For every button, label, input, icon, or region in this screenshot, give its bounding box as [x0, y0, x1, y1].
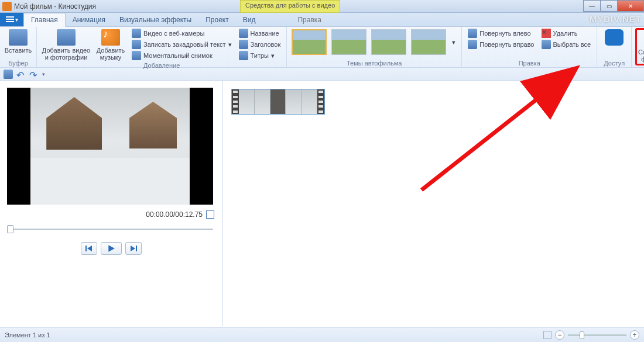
status-text: Элемент 1 из 1: [5, 331, 50, 338]
next-frame-button[interactable]: [125, 242, 142, 255]
timeline-pane[interactable]: [222, 81, 644, 326]
add-video-photos-button[interactable]: Добавить видео и фотографии: [40, 28, 92, 62]
group-themes-label: Темы автофильма: [290, 60, 458, 67]
narration-button[interactable]: Записать закадровый текст ▾: [129, 39, 234, 50]
contextual-tab-label: Средства для работы с видео: [240, 0, 340, 13]
caption-button[interactable]: Заголовок: [237, 39, 283, 50]
select-all-label: Выбрать все: [553, 41, 591, 48]
ribbon-tabs: ▾ Главная Анимация Визуальные эффекты Пр…: [0, 13, 644, 27]
zoom-thumb[interactable]: [580, 331, 584, 339]
save-icon[interactable]: [4, 70, 13, 79]
add-music-label: Добавить музыку: [95, 47, 126, 61]
delete-label: Удалить: [553, 30, 578, 37]
minimize-button[interactable]: —: [583, 0, 601, 12]
svg-marker-5: [108, 245, 115, 252]
group-add-label: Добавление: [40, 62, 283, 70]
caption-icon: [239, 40, 248, 49]
quick-access-toolbar: ↶ ↷ ▾: [0, 68, 644, 81]
thumbnail-view-icon[interactable]: [543, 331, 551, 339]
webcam-button[interactable]: Видео с веб-камеры: [129, 28, 234, 39]
rotate-left-label: Повернуть влево: [479, 30, 530, 37]
theme-thumbnail-1[interactable]: [292, 29, 327, 55]
snapshot-button[interactable]: Моментальный снимок: [129, 50, 234, 61]
undo-icon[interactable]: ↶: [16, 70, 26, 79]
svg-rect-6: [136, 246, 137, 251]
add-music-button[interactable]: Добавить музыку: [94, 28, 127, 62]
theme-thumbnail-4[interactable]: [411, 29, 446, 55]
zoom-out-button[interactable]: −: [555, 330, 564, 340]
ribbon: Вставить Буфер Добавить видео и фотограф…: [0, 27, 644, 68]
video-preview[interactable]: [7, 88, 213, 205]
themes-more-button[interactable]: ▾: [450, 39, 458, 46]
select-all-button[interactable]: Выбрать все: [539, 39, 594, 50]
zoom-slider[interactable]: [568, 334, 626, 336]
group-share: Доступ: [597, 27, 632, 67]
onedrive-button[interactable]: [601, 28, 628, 47]
paste-label: Вставить: [5, 47, 32, 54]
delete-button[interactable]: ✕Удалить: [539, 28, 594, 39]
group-save: Сохранить фильм ▾: [632, 27, 644, 67]
timeline-clip[interactable]: [231, 89, 325, 115]
select-stack: ✕Удалить Выбрать все: [539, 28, 594, 50]
rotate-right-label: Повернуть вправо: [479, 41, 534, 48]
add-stack-2: Название Заголовок Титры ▾: [237, 28, 283, 61]
video-frame: [30, 88, 190, 205]
group-editing: Повернуть влево Повернуть вправо ✕Удалит…: [462, 27, 597, 67]
window-titlebar: Мой фильм - Киностудия Средства для рабо…: [0, 0, 644, 13]
fullscreen-icon[interactable]: [206, 210, 214, 219]
window-controls: — ▭ ✕: [584, 0, 644, 12]
tab-visual-effects[interactable]: Визуальные эффекты: [112, 13, 198, 26]
svg-marker-7: [131, 246, 135, 251]
main-area: 00:00.00/00:12.75: [0, 81, 644, 326]
svg-rect-1: [6, 19, 14, 20]
credits-button[interactable]: Титры ▾: [237, 50, 283, 61]
svg-rect-3: [85, 246, 87, 251]
theme-thumbnail-3[interactable]: [371, 29, 406, 55]
tab-home[interactable]: Главная: [23, 13, 66, 27]
save-movie-button[interactable]: Сохранить фильм ▾: [635, 28, 644, 65]
add-video-photos-label: Добавить видео и фотографии: [42, 47, 91, 61]
qat-customize[interactable]: ▾: [42, 71, 45, 77]
svg-marker-4: [87, 246, 92, 251]
rotate-right-button[interactable]: Повернуть вправо: [465, 39, 536, 50]
add-media-icon: [57, 29, 76, 46]
tab-edit[interactable]: Правка: [290, 13, 328, 26]
filmstrip-left: [232, 89, 239, 114]
title-button[interactable]: Название: [237, 28, 283, 39]
paste-button[interactable]: Вставить: [4, 28, 33, 55]
theme-thumbnail-2[interactable]: [331, 29, 366, 55]
zoom-controls: − +: [543, 330, 639, 340]
group-buffer-label: Буфер: [4, 60, 33, 67]
seek-thumb[interactable]: [7, 225, 13, 233]
microphone-icon: [132, 40, 141, 49]
transport-controls: [7, 242, 215, 255]
zoom-in-button[interactable]: +: [630, 330, 639, 340]
close-button[interactable]: ✕: [617, 0, 644, 12]
narration-label: Записать закадровый текст: [143, 41, 226, 48]
seek-track: [7, 229, 213, 230]
webcam-icon: [132, 29, 141, 38]
snapshot-icon: [132, 51, 141, 60]
file-menu-button[interactable]: ▾: [0, 12, 23, 26]
caption-label: Заголовок: [251, 41, 281, 48]
tab-project[interactable]: Проект: [198, 13, 236, 26]
group-editing-label: Правка: [465, 60, 593, 67]
app-icon: [2, 2, 12, 11]
play-button[interactable]: [101, 242, 122, 255]
timecode-row: 00:00.00/00:12.75: [7, 208, 215, 221]
tab-animation[interactable]: Анимация: [66, 13, 112, 26]
rotate-left-button[interactable]: Повернуть влево: [465, 28, 536, 39]
tab-view[interactable]: Вид: [236, 13, 263, 26]
redo-icon[interactable]: ↷: [29, 70, 39, 79]
add-stack-1: Видео с веб-камеры Записать закадровый т…: [129, 28, 234, 61]
timecode-text: 00:00.00/00:12.75: [146, 210, 203, 219]
prev-frame-button[interactable]: [81, 242, 97, 255]
rotate-stack: Повернуть влево Повернуть вправо: [465, 28, 536, 50]
svg-rect-2: [6, 21, 14, 22]
watermark: MYDIV.NET: [590, 14, 642, 24]
seek-bar[interactable]: [7, 227, 213, 232]
status-bar: Элемент 1 из 1 − +: [0, 327, 644, 342]
maximize-button[interactable]: ▭: [600, 0, 618, 12]
group-themes: ▾ Темы автофильма: [287, 27, 462, 67]
webcam-label: Видео с веб-камеры: [143, 30, 204, 37]
